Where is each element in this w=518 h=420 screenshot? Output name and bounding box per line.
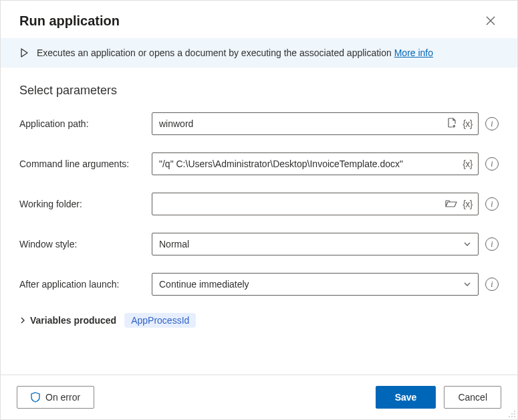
save-label: Save xyxy=(395,392,417,403)
dialog-header: Run application xyxy=(1,1,517,38)
after-launch-select[interactable]: Continue immediately xyxy=(152,273,479,296)
play-icon xyxy=(19,48,29,58)
variables-produced-row: Variables produced AppProcessId xyxy=(19,313,499,328)
label-working-folder: Working folder: xyxy=(19,199,152,209)
field-wrap: {x} i xyxy=(152,152,499,175)
field-wrap: {x} i xyxy=(152,193,499,215)
dialog-content: Select parameters Application path: {x} … xyxy=(1,68,517,375)
on-error-button[interactable]: On error xyxy=(17,386,94,409)
close-icon xyxy=(486,16,495,25)
cmd-args-field: {x} xyxy=(152,152,479,175)
info-icon[interactable]: i xyxy=(485,278,499,291)
label-after-launch: After application launch: xyxy=(19,279,152,290)
window-style-value: Normal xyxy=(159,239,189,249)
after-launch-value: Continue immediately xyxy=(159,279,249,290)
cancel-button[interactable]: Cancel xyxy=(444,386,501,409)
info-text-wrap: Executes an application or opens a docum… xyxy=(37,47,433,58)
working-folder-field: {x} xyxy=(152,193,479,215)
variable-icon[interactable]: {x} xyxy=(463,159,473,169)
cmd-args-input[interactable] xyxy=(159,159,463,169)
on-error-label: On error xyxy=(45,392,80,403)
field-icons: {x} xyxy=(445,199,473,210)
dialog-title: Run application xyxy=(19,13,120,29)
close-button[interactable] xyxy=(483,13,499,29)
chevron-down-icon xyxy=(463,240,471,248)
variable-icon[interactable]: {x} xyxy=(463,199,473,209)
label-cmd-args: Command line arguments: xyxy=(19,159,152,169)
more-info-link[interactable]: More info xyxy=(394,47,433,58)
file-picker-icon[interactable] xyxy=(446,118,457,130)
info-icon[interactable]: i xyxy=(485,197,499,211)
section-title: Select parameters xyxy=(19,84,499,98)
info-bar: Executes an application or opens a docum… xyxy=(1,38,517,68)
window-style-select[interactable]: Normal xyxy=(152,233,479,255)
variable-icon[interactable]: {x} xyxy=(463,118,473,129)
variables-produced-toggle[interactable]: Variables produced xyxy=(19,315,116,326)
info-text: Executes an application or opens a docum… xyxy=(37,47,392,58)
row-after-launch: After application launch: Continue immed… xyxy=(19,273,499,296)
save-button[interactable]: Save xyxy=(376,386,436,409)
working-folder-input[interactable] xyxy=(159,199,445,209)
row-window-style: Window style: Normal i xyxy=(19,233,499,255)
field-wrap: Continue immediately i xyxy=(152,273,499,296)
footer-actions: Save Cancel xyxy=(376,386,501,409)
variables-produced-label: Variables produced xyxy=(30,315,116,326)
info-icon[interactable]: i xyxy=(485,157,499,171)
application-path-input[interactable] xyxy=(159,118,446,129)
label-application-path: Application path: xyxy=(19,118,152,129)
row-cmd-args: Command line arguments: {x} i xyxy=(19,152,499,175)
field-icons: {x} xyxy=(463,159,473,169)
field-wrap: Normal i xyxy=(152,233,499,255)
dialog-run-application: Run application Executes an application … xyxy=(1,1,517,419)
info-icon[interactable]: i xyxy=(485,237,499,251)
shield-icon xyxy=(31,392,40,403)
row-working-folder: Working folder: {x} i xyxy=(19,193,499,215)
dialog-footer: On error Save Cancel xyxy=(1,375,517,419)
label-window-style: Window style: xyxy=(19,239,152,249)
info-icon[interactable]: i xyxy=(485,117,499,130)
cancel-label: Cancel xyxy=(458,392,487,403)
variable-pill[interactable]: AppProcessId xyxy=(124,313,196,328)
chevron-right-icon xyxy=(19,317,26,324)
field-wrap: {x} i xyxy=(152,112,499,135)
row-application-path: Application path: {x} i xyxy=(19,112,499,135)
application-path-field: {x} xyxy=(152,112,479,135)
field-icons: {x} xyxy=(446,118,473,130)
chevron-down-icon xyxy=(463,280,471,288)
folder-picker-icon[interactable] xyxy=(445,199,457,210)
